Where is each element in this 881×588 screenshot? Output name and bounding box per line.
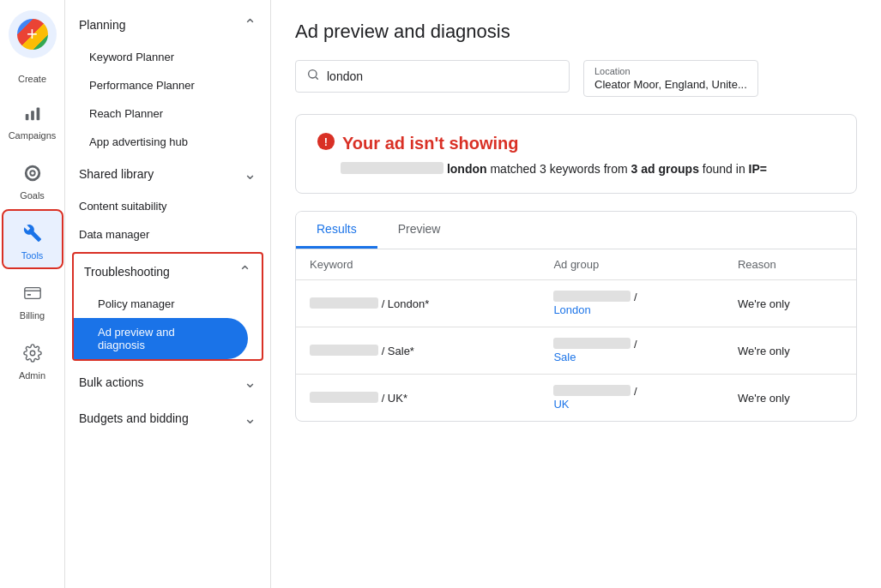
keyword-cell-2: / Sale* xyxy=(296,327,540,375)
tools-label: Tools xyxy=(21,250,44,261)
nav-section-planning[interactable]: Planning ⌃ xyxy=(65,7,270,43)
reason-cell-1: We're only xyxy=(724,280,856,327)
nav-section-shared-library[interactable]: Shared library ⌄ xyxy=(65,156,270,192)
create-button-wrapper: Create xyxy=(9,10,57,84)
alert-box: ! Your ad isn't showing london matched 3… xyxy=(295,114,857,194)
adgroup-slash-2: / xyxy=(634,338,637,351)
search-row: Location Cleator Moor, England, Unite... xyxy=(295,60,857,97)
alert-title: Your ad isn't showing xyxy=(342,134,519,153)
ad-group-cell-2: / Sale xyxy=(540,327,724,375)
blurred-keyword-3 xyxy=(310,392,378,403)
adgroup-link-1[interactable]: London xyxy=(553,303,590,316)
goals-label: Goals xyxy=(20,190,45,201)
ad-group-cell-3: / UK xyxy=(540,375,724,422)
svg-point-6 xyxy=(309,70,317,78)
nav-item-content-suitability[interactable]: Content suitability xyxy=(65,192,270,220)
nav-item-performance-planner[interactable]: Performance Planner xyxy=(65,71,270,99)
adgroup-slash-3: / xyxy=(634,385,637,398)
planning-items: Keyword Planner Performance Planner Reac… xyxy=(65,43,270,156)
keyword-cell-3: / UK* xyxy=(296,375,540,422)
tools-icon xyxy=(17,218,48,249)
keyword-suffix-1: / London* xyxy=(382,297,430,310)
search-input[interactable] xyxy=(327,69,558,83)
campaigns-label: Campaigns xyxy=(9,130,57,141)
col-keyword: Keyword xyxy=(296,249,540,280)
svg-point-5 xyxy=(30,351,35,356)
nav-item-ad-preview[interactable]: Ad preview anddiagnosis xyxy=(74,318,248,359)
svg-text:!: ! xyxy=(324,135,328,148)
col-reason: Reason xyxy=(724,249,856,280)
shared-library-chevron: ⌄ xyxy=(244,165,256,183)
alert-title-row: ! Your ad isn't showing xyxy=(317,132,836,155)
svg-rect-0 xyxy=(25,114,28,120)
results-table: Keyword Ad group Reason / London* / xyxy=(296,249,856,421)
main-content: Ad preview and diagnosis Location Cleato… xyxy=(271,0,881,588)
alert-bold2: IP= xyxy=(749,162,767,176)
tabs-row: Results Preview xyxy=(296,212,856,249)
alert-bold1: 3 ad groups xyxy=(631,162,699,176)
tab-preview[interactable]: Preview xyxy=(377,212,462,249)
sidebar-item-billing[interactable]: Billing xyxy=(3,271,62,327)
svg-rect-4 xyxy=(27,294,31,296)
nav-item-keyword-planner[interactable]: Keyword Planner xyxy=(65,43,270,71)
planning-chevron: ⌃ xyxy=(244,15,256,34)
adgroup-link-3[interactable]: UK xyxy=(553,398,569,411)
planning-label: Planning xyxy=(79,18,126,32)
ad-group-cell-1: / London xyxy=(540,280,724,327)
alert-description: london matched 3 keywords from 3 ad grou… xyxy=(341,162,836,176)
billing-icon xyxy=(17,278,48,309)
nav-item-data-manager[interactable]: Data manager xyxy=(65,220,270,249)
create-button[interactable] xyxy=(9,10,57,58)
sidebar-item-tools[interactable]: Tools xyxy=(3,211,62,267)
nav-item-reach-planner[interactable]: Reach Planner xyxy=(65,99,270,128)
reason-cell-3: We're only xyxy=(724,375,856,422)
blurred-adgroup-3 xyxy=(553,385,631,396)
search-icon xyxy=(306,68,320,85)
keyword-suffix-3: / UK* xyxy=(382,392,407,405)
adgroup-slash-1: / xyxy=(634,291,637,303)
table-row: / Sale* / Sale We're only xyxy=(296,327,856,375)
troubleshooting-box: Troubleshooting ⌃ Policy manager Ad prev… xyxy=(72,252,263,361)
alert-icon: ! xyxy=(317,132,335,155)
bulk-actions-label: Bulk actions xyxy=(79,375,143,389)
icon-sidebar: Create Campaigns Goals Tools Billing Adm… xyxy=(0,0,65,588)
keyword-suffix-2: / Sale* xyxy=(382,345,414,357)
table-row: / UK* / UK We're only xyxy=(296,375,856,422)
svg-rect-3 xyxy=(24,288,39,299)
blurred-adgroup-1 xyxy=(553,291,631,302)
bulk-actions-chevron: ⌄ xyxy=(244,373,256,392)
page-title: Ad preview and diagnosis xyxy=(295,21,857,43)
nav-section-budgets-bidding[interactable]: Budgets and bidding ⌄ xyxy=(65,400,270,436)
sidebar-item-admin[interactable]: Admin xyxy=(3,331,62,387)
svg-rect-1 xyxy=(31,111,34,120)
nav-sidebar: Planning ⌃ Keyword Planner Performance P… xyxy=(65,0,271,588)
nav-section-troubleshooting[interactable]: Troubleshooting ⌃ xyxy=(74,254,262,290)
goals-icon xyxy=(17,158,48,189)
troubleshooting-items: Policy manager Ad preview anddiagnosis xyxy=(74,290,262,359)
budgets-bidding-label: Budgets and bidding xyxy=(79,411,189,425)
plus-icon xyxy=(17,19,48,50)
keyword-cell-1: / London* xyxy=(296,280,540,327)
shared-library-label: Shared library xyxy=(79,167,154,181)
blurred-keyword-1 xyxy=(310,297,378,309)
results-panel: Results Preview Keyword Ad group Reason … xyxy=(295,211,857,422)
sidebar-item-campaigns[interactable]: Campaigns xyxy=(3,91,62,147)
alert-middle: london matched 3 keywords from xyxy=(447,162,631,176)
troubleshooting-label: Troubleshooting xyxy=(84,265,170,279)
reason-cell-2: We're only xyxy=(724,327,856,375)
adgroup-link-2[interactable]: Sale xyxy=(553,351,576,363)
alert-found: found in xyxy=(703,162,749,176)
nav-item-policy-manager[interactable]: Policy manager xyxy=(74,290,262,318)
blurred-keyword-2 xyxy=(310,345,378,356)
location-label: Location xyxy=(594,66,747,76)
billing-label: Billing xyxy=(20,310,45,321)
nav-item-app-advertising[interactable]: App advertising hub xyxy=(65,128,270,156)
nav-section-bulk-actions[interactable]: Bulk actions ⌄ xyxy=(65,364,270,400)
blurred-adgroup-2 xyxy=(553,338,631,349)
col-ad-group: Ad group xyxy=(540,249,724,280)
admin-label: Admin xyxy=(19,370,45,381)
sidebar-item-goals[interactable]: Goals xyxy=(3,151,62,207)
location-value: Cleator Moor, England, Unite... xyxy=(594,78,747,91)
tab-results[interactable]: Results xyxy=(296,212,377,249)
budgets-bidding-chevron: ⌄ xyxy=(244,409,256,428)
